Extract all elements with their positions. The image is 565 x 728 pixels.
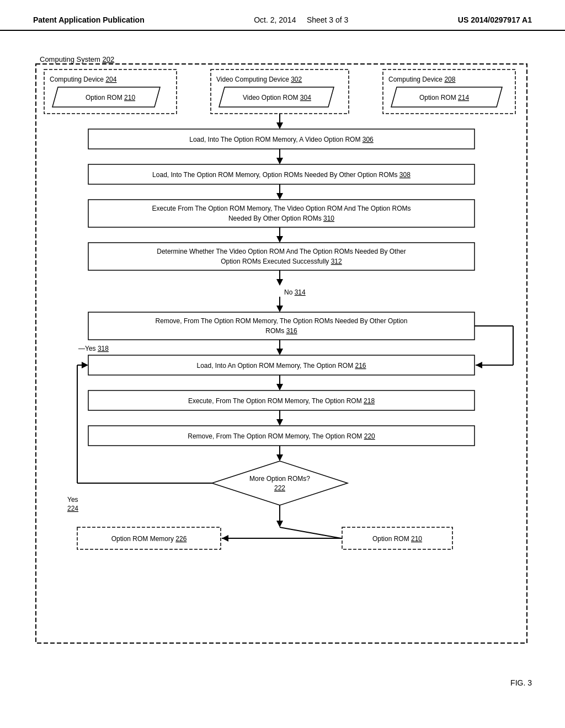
svg-marker-14 xyxy=(276,193,283,200)
step-312-line2: Option ROMs Executed Successfully 312 xyxy=(221,258,342,265)
svg-marker-22 xyxy=(276,306,283,312)
fig-text: FIG. 3 xyxy=(510,678,532,687)
svg-marker-20 xyxy=(276,279,283,286)
step-310-line1: Execute From The Option ROM Memory, The … xyxy=(152,205,411,212)
header-left: Patent Application Publication xyxy=(33,15,145,24)
device-208-label: Computing Device 208 xyxy=(388,76,456,83)
header-date: Oct. 2, 2014 xyxy=(254,15,296,24)
svg-rect-15 xyxy=(88,200,475,227)
svg-rect-18 xyxy=(88,243,475,270)
patent-page: Patent Application Publication Oct. 2, 2… xyxy=(0,0,565,728)
system-label: Computing System 202 xyxy=(40,55,114,63)
option-rom-memory-226: Option ROM Memory 226 xyxy=(111,535,187,543)
step-310-line2: Needed By Other Option ROMs 310 xyxy=(228,215,334,222)
step-308: Load, Into The Option ROM Memory, Option… xyxy=(152,171,411,179)
step-316-line1: Remove, From The Option ROM Memory, The … xyxy=(156,317,408,325)
svg-marker-25 xyxy=(276,349,283,355)
svg-marker-34 xyxy=(276,454,283,461)
svg-marker-39 xyxy=(82,362,88,368)
step-216: Load, Into An Option ROM Memory, The Opt… xyxy=(196,362,366,370)
fig-label: FIG. 3 xyxy=(0,673,565,693)
svg-marker-17 xyxy=(276,236,283,243)
yes-label-318: —Yes 318 xyxy=(78,345,109,352)
diamond-222-line2: 222 xyxy=(274,484,285,492)
svg-marker-41 xyxy=(276,521,283,527)
step-312-line1: Determine Whether The Video Option ROM A… xyxy=(157,248,406,255)
svg-marker-44 xyxy=(222,535,228,542)
svg-marker-50 xyxy=(476,362,482,368)
svg-marker-28 xyxy=(276,384,283,390)
svg-rect-0 xyxy=(36,64,527,643)
svg-marker-11 xyxy=(276,158,283,164)
step-220: Remove, From The Option ROM Memory, The … xyxy=(188,432,375,440)
diagram-area: Computing System 202 Computing Device 20… xyxy=(0,42,565,673)
patent-diagram: Computing System 202 Computing Device 20… xyxy=(33,53,532,660)
diamond-222-line1: More Option ROMs? xyxy=(249,475,310,483)
device-302-label: Video Computing Device 302 xyxy=(216,76,302,83)
device-204-label: Computing Device 204 xyxy=(50,76,117,83)
option-rom-210-label: Option ROM 210 xyxy=(86,94,135,101)
svg-line-46 xyxy=(280,527,341,538)
option-rom-214-label: Option ROM 214 xyxy=(419,94,469,101)
header-right: US 2014/0297917 A1 xyxy=(458,15,532,24)
yes-224-num: 224 xyxy=(67,505,78,512)
header-sheet: Sheet 3 of 3 xyxy=(307,15,349,24)
no-label-314: No 314 xyxy=(284,288,306,296)
step-316-line2: ROMs 316 xyxy=(265,327,297,335)
yes-224: Yes xyxy=(67,496,78,504)
video-option-rom-304-label: Video Option ROM 304 xyxy=(243,94,311,101)
option-rom-210-bottom: Option ROM 210 xyxy=(372,535,422,543)
page-header: Patent Application Publication Oct. 2, 2… xyxy=(0,0,565,31)
svg-rect-23 xyxy=(88,312,475,340)
step-218: Execute, From The Option ROM Memory, The… xyxy=(188,397,375,405)
svg-marker-8 xyxy=(276,122,283,129)
header-center: Oct. 2, 2014 Sheet 3 of 3 xyxy=(254,15,348,24)
step-306: Load, Into The Option ROM Memory, A Vide… xyxy=(189,136,374,143)
svg-marker-31 xyxy=(276,419,283,426)
svg-marker-35 xyxy=(212,461,348,505)
